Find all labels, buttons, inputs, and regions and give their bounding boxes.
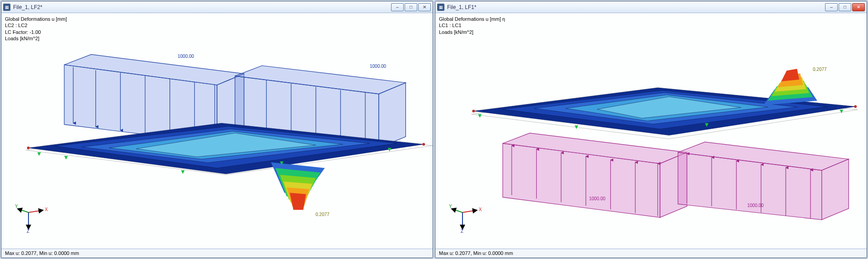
minimize-button[interactable]: – [825, 3, 838, 11]
svg-marker-33 [181, 170, 185, 174]
svg-point-57 [472, 110, 475, 113]
statusbar: Max u: 0.2077, Min u: 0.0000 mm [435, 249, 867, 258]
svg-marker-13 [379, 83, 406, 148]
svg-marker-56 [840, 110, 843, 113]
overlay-line3: LC Factor: -1.00 [5, 29, 67, 35]
overlay-line3: Loads [kN/m^2] [439, 29, 505, 35]
axis-indicator-icon: X Y Z [449, 197, 485, 233]
window-title: File_1, LF1* [447, 4, 824, 10]
axis-x-label: X [45, 207, 48, 212]
svg-marker-30 [290, 193, 306, 210]
axis-y-label: Y [449, 204, 452, 209]
close-button[interactable]: ✕ [418, 3, 431, 11]
svg-marker-31 [38, 152, 41, 156]
statusbar: Max u: 0.2077, Min u: 0.0000 mm [1, 249, 433, 258]
right-pane: ▦ File_1, LF1* – □ ✕ Global Deformations… [435, 1, 867, 258]
window-buttons: – □ ✕ [824, 3, 865, 11]
axis-y-label: Y [15, 204, 18, 209]
left-pane: ▦ File_1, LF2* – □ ✕ Global Deformations… [1, 1, 433, 258]
titlebar[interactable]: ▦ File_1, LF1* – □ ✕ [435, 1, 867, 13]
svg-line-39 [18, 209, 28, 212]
axis-z-label: Z [461, 229, 463, 233]
titlebar[interactable]: ▦ File_1, LF2* – □ ✕ [1, 1, 433, 13]
axis-x-label: X [479, 207, 482, 212]
viewport[interactable]: Global Deformations u [mm] LC2 : LC2 LC … [1, 13, 433, 249]
overlay-line1: Global Deformations u [mm] [5, 16, 67, 22]
window-buttons: – □ ✕ [390, 3, 431, 11]
load-label-1: 1000.00 [589, 196, 605, 201]
maximize-button[interactable]: □ [839, 3, 851, 11]
overlay-info: Global Deformations u [mm] LC2 : LC2 LC … [5, 16, 67, 42]
overlay-info: Global Deformations u [mm] η LC1 : LC1 L… [439, 16, 505, 35]
peak-label: 0.2077 [813, 67, 827, 72]
load-label-2: 1000.00 [370, 64, 386, 69]
overlay-line1: Global Deformations u [mm] η [439, 16, 505, 22]
viewport[interactable]: Global Deformations u [mm] η LC1 : LC1 L… [435, 13, 867, 249]
minimize-button[interactable]: – [391, 3, 404, 11]
axis-z-label: Z [27, 229, 29, 233]
svg-marker-53 [478, 114, 481, 118]
load-label-2: 1000.00 [747, 203, 764, 208]
svg-marker-32 [64, 156, 68, 160]
app-icon: ▦ [3, 4, 10, 11]
overlay-line4: Loads [kN/m^2] [5, 35, 67, 42]
svg-marker-52 [781, 69, 799, 81]
svg-line-78 [462, 210, 477, 212]
scene-svg [1, 13, 433, 247]
load-label-1: 1000.00 [178, 54, 194, 59]
scene-svg [435, 13, 867, 247]
svg-point-58 [854, 105, 857, 108]
window-title: File_1, LF2* [13, 4, 390, 10]
svg-point-37 [422, 143, 425, 146]
overlay-line2: LC2 : LC2 [5, 22, 67, 28]
svg-point-36 [27, 146, 30, 149]
peak-label: 0.2077 [316, 212, 330, 217]
close-button[interactable]: ✕ [852, 3, 865, 11]
maximize-button[interactable]: □ [405, 3, 417, 11]
axis-indicator-icon: X Y Z [15, 197, 51, 233]
app-icon: ▦ [437, 4, 444, 11]
svg-line-79 [452, 209, 462, 212]
overlay-line2: LC1 : LC1 [439, 22, 505, 28]
svg-line-38 [28, 210, 43, 212]
